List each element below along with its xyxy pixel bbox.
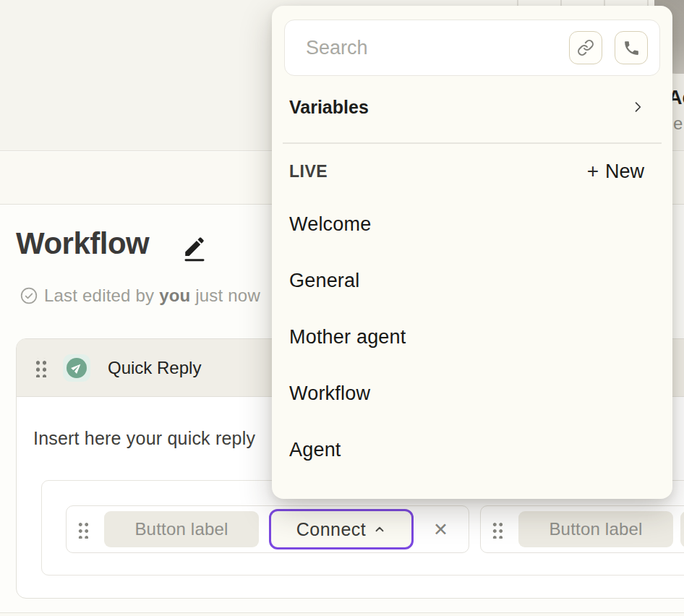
last-edited-text: Last edited by you just now	[44, 286, 260, 306]
new-button[interactable]: + New	[587, 161, 644, 183]
page-title: Workflow	[16, 227, 149, 260]
check-circle-icon	[20, 286, 38, 305]
last-edited-status: Last edited by you just now	[20, 286, 260, 306]
connect-dropdown-button[interactable]: Connect	[269, 509, 414, 549]
phone-icon	[623, 39, 641, 57]
app-canvas: Ac e Workflow Last edited by you just no…	[0, 0, 684, 616]
phone-button[interactable]	[615, 31, 648, 64]
send-icon	[67, 358, 87, 378]
drag-handle-icon[interactable]	[491, 520, 503, 539]
live-section-label: LIVE	[289, 162, 328, 181]
drag-handle-icon[interactable]	[77, 520, 88, 539]
clipped-chip	[680, 511, 684, 547]
list-item-welcome[interactable]: Welcome	[272, 196, 672, 252]
link-button[interactable]	[569, 31, 602, 64]
search-field-container	[284, 20, 660, 76]
connect-popup: Variables LIVE + New Welcome General Mot…	[272, 6, 672, 499]
canvas-bottom-edge	[0, 612, 684, 616]
quick-reply-type-icon	[63, 354, 90, 382]
variables-menu-item[interactable]: Variables	[272, 86, 672, 128]
clipped-card-subtext: e	[673, 114, 683, 134]
button-label-chip[interactable]: Button label	[518, 511, 673, 547]
workflow-list: Welcome General Mother agent Workflow Ag…	[272, 196, 672, 478]
button-row: Button label Connect ✕	[66, 505, 469, 553]
popup-divider	[283, 142, 662, 144]
search-actions	[569, 31, 648, 64]
chevron-right-icon	[630, 100, 645, 114]
live-section-header: LIVE + New	[272, 150, 672, 192]
block-title: Quick Reply	[108, 358, 201, 378]
chevron-up-icon	[373, 523, 386, 536]
quick-reply-message-text[interactable]: Insert here your quick reply	[33, 428, 255, 449]
list-item-workflow[interactable]: Workflow	[272, 365, 672, 422]
link-icon	[577, 39, 594, 56]
drag-handle-icon[interactable]	[34, 358, 47, 377]
button-row: Button label	[480, 505, 684, 553]
search-input[interactable]	[285, 20, 552, 75]
button-label-chip[interactable]: Button label	[104, 511, 259, 547]
remove-button[interactable]: ✕	[433, 521, 448, 539]
plus-icon: +	[587, 161, 599, 181]
edit-title-button[interactable]	[182, 234, 207, 263]
pencil-icon	[182, 234, 207, 263]
list-item-mother-agent[interactable]: Mother agent	[272, 309, 672, 365]
author-name: you	[159, 286, 190, 305]
list-item-general[interactable]: General	[272, 252, 672, 309]
list-item-agent[interactable]: Agent	[272, 422, 672, 478]
